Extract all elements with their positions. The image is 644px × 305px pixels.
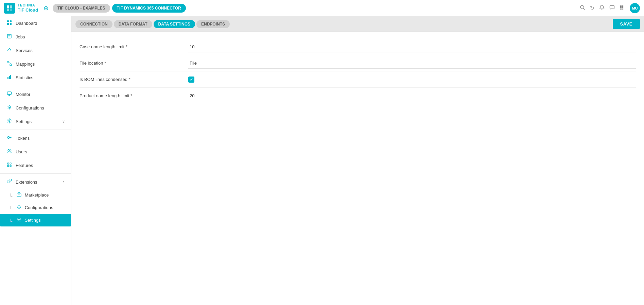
svg-point-39 [18, 219, 20, 220]
sidebar-item-users[interactable]: Users [0, 145, 71, 158]
form-row-bom-condensed: Is BOM lines condensed * ✓ [80, 71, 636, 88]
svg-point-38 [18, 207, 19, 208]
nav-refresh-icon[interactable]: ⊕ [43, 4, 49, 12]
ext-configurations-label: Configurations [25, 205, 53, 210]
svg-rect-33 [10, 163, 11, 164]
search-icon[interactable] [580, 5, 585, 12]
sidebar-sub-ext-configurations[interactable]: L Configurations [0, 201, 71, 214]
sidebar-item-monitor[interactable]: Monitor [0, 87, 71, 101]
ext-configurations-icon [16, 205, 22, 210]
sub-prefix-marketplace: L [10, 193, 13, 198]
case-name-length-label: Case name length limit * [80, 40, 188, 53]
top-bar: TECHNIA TIF Cloud ⊕ TIF CLOUD - EXAMPLES… [0, 0, 644, 16]
divider-3 [0, 173, 71, 174]
svg-rect-9 [624, 5, 624, 7]
sub-tab-connection[interactable]: CONNECTION [75, 20, 112, 28]
svg-point-27 [9, 107, 10, 108]
sidebar-item-dashboard[interactable]: Dashboard [0, 16, 71, 30]
sidebar-item-services[interactable]: Services [0, 44, 71, 57]
tokens-label: Tokens [16, 136, 30, 141]
ext-settings-label: Settings [25, 218, 41, 223]
extensions-icon [6, 179, 12, 185]
svg-point-29 [7, 137, 10, 139]
svg-rect-2 [7, 9, 9, 11]
sidebar-item-configurations[interactable]: Configurations [0, 101, 71, 115]
sub-tabs: CONNECTION DATA FORMAT DATA SETTINGS END… [71, 16, 644, 32]
product-name-length-label: Product name length limit * [80, 89, 188, 102]
form-row-product-name-length: Product name length limit * [80, 88, 636, 104]
svg-rect-11 [622, 7, 623, 9]
sidebar-item-features[interactable]: Features [0, 158, 71, 172]
svg-rect-6 [610, 5, 614, 9]
sidebar-item-jobs[interactable]: Jobs [0, 30, 71, 44]
sub-tab-data-format[interactable]: DATA FORMAT [114, 20, 152, 28]
services-label: Services [16, 48, 33, 53]
svg-rect-0 [7, 5, 9, 8]
svg-rect-8 [622, 5, 623, 7]
marketplace-icon [16, 192, 22, 198]
sub-prefix-ext-configurations: L [10, 205, 13, 210]
svg-rect-22 [10, 64, 12, 66]
bom-condensed-label: Is BOM lines condensed * [80, 73, 188, 86]
product-name-length-input[interactable] [188, 90, 636, 101]
bell-icon[interactable] [599, 5, 605, 12]
sidebar-item-settings[interactable]: Settings ∨ [0, 115, 71, 128]
svg-point-20 [9, 48, 10, 49]
svg-rect-10 [620, 7, 622, 9]
svg-point-30 [8, 150, 10, 151]
logo-text: TECHNIA TIF Cloud [18, 3, 38, 13]
settings-label: Settings [16, 119, 32, 124]
configurations-icon [6, 105, 12, 111]
sidebar-item-statistics[interactable]: Statistics [0, 71, 71, 84]
divider-1 [0, 86, 71, 86]
user-avatar[interactable]: MU [630, 3, 640, 13]
svg-rect-7 [620, 5, 622, 7]
monitor-icon [6, 91, 12, 97]
svg-rect-23 [7, 77, 8, 79]
marketplace-label: Marketplace [25, 192, 49, 198]
sidebar-item-extensions[interactable]: Extensions ∧ [0, 175, 71, 189]
refresh-icon[interactable]: ↻ [590, 5, 594, 11]
statistics-icon [6, 74, 12, 81]
nav-tab-connector[interactable]: TIF DYNAMICS 365 CONNECTOR [112, 4, 186, 13]
users-icon [6, 149, 12, 155]
dashboard-label: Dashboard [16, 21, 37, 26]
svg-rect-15 [624, 9, 624, 10]
nav-tab-examples[interactable]: TIF CLOUD - EXAMPLES [53, 4, 110, 13]
features-label: Features [16, 163, 33, 168]
svg-rect-25 [10, 75, 11, 79]
content-area: CONNECTION DATA FORMAT DATA SETTINGS END… [71, 16, 644, 305]
mappings-label: Mappings [16, 62, 35, 67]
svg-rect-1 [10, 5, 12, 8]
sidebar-item-mappings[interactable]: Mappings [0, 57, 71, 71]
form-row-file-location: File location * [80, 55, 636, 71]
file-location-input[interactable] [188, 58, 636, 69]
svg-rect-19 [10, 23, 12, 25]
form-area: Case name length limit * File location *… [71, 32, 644, 305]
sidebar-sub-marketplace[interactable]: L Marketplace [0, 189, 71, 201]
services-icon [6, 47, 12, 53]
svg-rect-13 [620, 9, 622, 10]
sidebar-item-tokens[interactable]: Tokens [0, 131, 71, 145]
extensions-chevron: ∧ [62, 180, 65, 184]
sidebar-sub-ext-settings[interactable]: L Settings [0, 214, 71, 226]
monitor-label: Monitor [16, 92, 30, 97]
sub-tab-data-settings[interactable]: DATA SETTINGS [154, 20, 195, 28]
settings-icon [6, 118, 12, 124]
bom-condensed-checkbox[interactable]: ✓ [188, 77, 194, 83]
case-name-length-input[interactable] [188, 41, 636, 52]
grid-icon[interactable] [620, 5, 625, 12]
jobs-label: Jobs [16, 34, 25, 39]
sub-tab-endpoints[interactable]: ENDPOINTS [196, 20, 230, 28]
svg-rect-26 [7, 92, 11, 95]
logo[interactable]: TECHNIA TIF Cloud [4, 3, 38, 14]
svg-rect-18 [7, 23, 9, 25]
dashboard-icon [6, 20, 12, 26]
save-button[interactable]: SAVE [613, 19, 640, 29]
chat-icon[interactable] [609, 5, 615, 12]
svg-rect-3 [10, 9, 12, 11]
extensions-label: Extensions [16, 180, 37, 185]
top-bar-icons: ↻ MU [580, 3, 640, 13]
jobs-icon [6, 34, 12, 40]
top-bar-nav: TIF CLOUD - EXAMPLES TIF DYNAMICS 365 CO… [53, 4, 580, 13]
